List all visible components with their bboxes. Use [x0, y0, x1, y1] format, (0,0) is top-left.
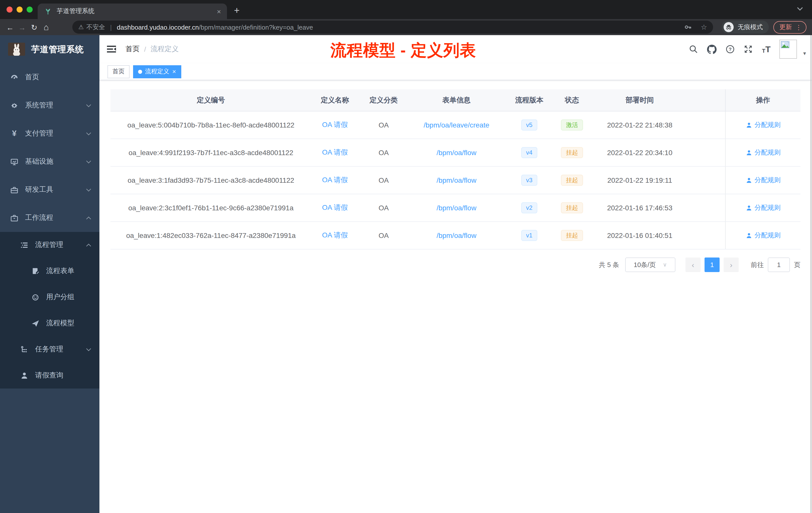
user-icon [746, 177, 752, 183]
not-secure-label[interactable]: 不安全 [86, 23, 105, 31]
sidebar-item-label: 系统管理 [25, 101, 53, 110]
definition-name-link[interactable]: OA 请假 [322, 203, 348, 211]
sidebar-item-system[interactable]: 系统管理 [0, 91, 99, 119]
form-info-link[interactable]: /bpm/oa/leave/create [424, 121, 489, 129]
status-cell: 挂起 [554, 147, 589, 158]
sidebar-item-payment[interactable]: ¥ 支付管理 [0, 119, 99, 148]
assign-rule-link[interactable]: 分配规则 [746, 231, 781, 240]
column-header: 表单信息 [409, 96, 504, 105]
form-info-link[interactable]: /bpm/oa/flow [437, 149, 476, 157]
font-size-icon[interactable]: TT [762, 45, 771, 54]
sidebar-item-user-group[interactable]: 用户分组 [0, 284, 99, 310]
form-info-cell: /bpm/oa/flow [409, 149, 504, 157]
back-button[interactable]: ← [4, 23, 16, 31]
breadcrumb: 首页 / 流程定义 [125, 45, 179, 54]
breadcrumb-home[interactable]: 首页 [125, 45, 140, 54]
next-page-button[interactable]: › [724, 258, 739, 272]
briefcase-icon [10, 214, 19, 222]
version-cell: v3 [504, 175, 554, 186]
definition-name-link[interactable]: OA 请假 [322, 148, 348, 156]
browser-menu-dots-icon[interactable]: ⋮ [795, 23, 802, 31]
home-button[interactable]: ⌂ [40, 23, 52, 31]
form-info-link[interactable]: /bpm/oa/flow [437, 176, 476, 184]
fullscreen-icon[interactable] [744, 45, 753, 54]
tag-home[interactable]: 首页 [108, 65, 129, 78]
forward-button[interactable]: → [16, 23, 28, 31]
assign-rule-link[interactable]: 分配规则 [746, 203, 781, 212]
sidebar-item-dev-tools[interactable]: 研发工具 [0, 176, 99, 204]
table-row: oa_leave:4:991f2193-7b7f-11ec-a3c8-acde4… [111, 139, 801, 167]
goto-page-input[interactable]: 1 [768, 258, 790, 272]
hamburger-icon[interactable] [107, 45, 116, 54]
user-icon [746, 149, 752, 156]
operation-cell: 分配规则 [725, 222, 801, 249]
tags-view-bar: 首页 流程定义 × [99, 63, 812, 80]
definition-name-link[interactable]: OA 请假 [322, 231, 348, 239]
sidebar-item-label: 支付管理 [25, 129, 53, 138]
update-chrome-button[interactable]: 更新 ⋮ [773, 21, 807, 33]
form-info-link[interactable]: /bpm/oa/flow [437, 232, 476, 239]
form-info-link[interactable]: /bpm/oa/flow [437, 204, 476, 212]
help-icon[interactable]: ? [726, 45, 735, 54]
total-count: 共 5 条 [599, 260, 619, 269]
yen-icon: ¥ [10, 129, 19, 138]
definition-id: oa_leave:2:3c1f0ef1-76b1-11ec-9c66-a2380… [111, 204, 311, 212]
window-controls[interactable] [6, 6, 33, 12]
app-shell: 芋道管理系统 首页 系统管理 ¥ 支付管理 [0, 35, 812, 513]
page-suffix-label: 页 [794, 260, 801, 269]
sidebar-item-label: 基础设施 [25, 157, 53, 166]
table-row: oa_leave:5:004b710b-7b8a-11ec-8ef0-acde4… [111, 112, 801, 139]
sidebar-item-process-management[interactable]: 流程管理 [0, 232, 99, 258]
sidebar-item-process-form[interactable]: 流程表单 [0, 258, 99, 284]
chevron-down-icon [86, 160, 91, 163]
assign-rule-link[interactable]: 分配规则 [746, 120, 781, 129]
password-key-icon[interactable] [684, 23, 692, 31]
toolbox-icon [10, 185, 19, 194]
sidebar-item-home[interactable]: 首页 [0, 63, 99, 91]
search-icon[interactable] [689, 45, 698, 54]
github-icon[interactable] [707, 44, 717, 54]
reload-button[interactable]: ↻ [28, 23, 40, 31]
page-size-select[interactable]: 10条/页 ∨ [625, 258, 675, 272]
assign-rule-link[interactable]: 分配规则 [746, 176, 781, 185]
tag-close-icon[interactable]: × [172, 68, 176, 75]
maximize-window-button[interactable] [27, 6, 33, 12]
assign-rule-link[interactable]: 分配规则 [746, 148, 781, 157]
prev-page-button[interactable]: ‹ [686, 258, 700, 272]
browser-tab[interactable]: 芋道管理系统 × [38, 3, 227, 19]
status-cell: 挂起 [554, 175, 589, 186]
avatar-caret-icon[interactable]: ▾ [803, 50, 806, 57]
sidebar-item-leave-query[interactable]: 请假查询 [0, 362, 99, 389]
status-badge: 挂起 [561, 202, 583, 213]
tab-search-chevron-icon[interactable] [797, 7, 803, 11]
assign-rule-label: 分配规则 [754, 176, 781, 185]
url-path[interactable]: /bpm/manager/definition?key=oa_leave [199, 23, 313, 31]
sidebar-logo[interactable]: 芋道管理系统 [0, 35, 99, 63]
definition-name-link[interactable]: OA 请假 [322, 120, 348, 128]
new-tab-button[interactable]: + [234, 5, 239, 15]
sidebar-item-process-model[interactable]: 流程模型 [0, 310, 99, 336]
tab-close-icon[interactable]: × [217, 8, 221, 15]
form-info-cell: /bpm/oa/flow [409, 204, 504, 212]
table-header-row: 定义编号 定义名称 定义分类 表单信息 流程版本 状态 部署时间 操作 [111, 89, 801, 112]
close-window-button[interactable] [6, 6, 12, 12]
url-bar[interactable]: ⚠ 不安全 | dashboard.yudao.iocoder.cn/bpm/m… [72, 21, 713, 34]
chevron-up-icon [86, 216, 91, 220]
bookmark-star-icon[interactable]: ☆ [701, 23, 707, 31]
sidebar-item-workflow[interactable]: 工作流程 [0, 204, 99, 232]
sidebar-item-task-management[interactable]: 任务管理 [0, 336, 99, 362]
tag-active-dot [138, 69, 142, 73]
sidebar-item-label: 首页 [25, 73, 39, 82]
sidebar-item-infrastructure[interactable]: 基础设施 [0, 148, 99, 176]
definition-category: OA [358, 176, 409, 184]
url-host[interactable]: dashboard.yudao.iocoder.cn [117, 23, 199, 31]
status-badge: 挂起 [561, 175, 583, 186]
avatar[interactable] [780, 40, 797, 59]
minimize-window-button[interactable] [17, 6, 23, 12]
tag-process-definition[interactable]: 流程定义 × [133, 65, 181, 78]
definition-name-link[interactable]: OA 请假 [322, 176, 348, 184]
definition-id: oa_leave:3:1fad3d93-7b75-11ec-a3c8-acde4… [111, 176, 311, 184]
definition-name-cell: OA 请假 [311, 231, 358, 240]
current-page-button[interactable]: 1 [704, 258, 720, 272]
version-badge: v5 [521, 119, 537, 130]
